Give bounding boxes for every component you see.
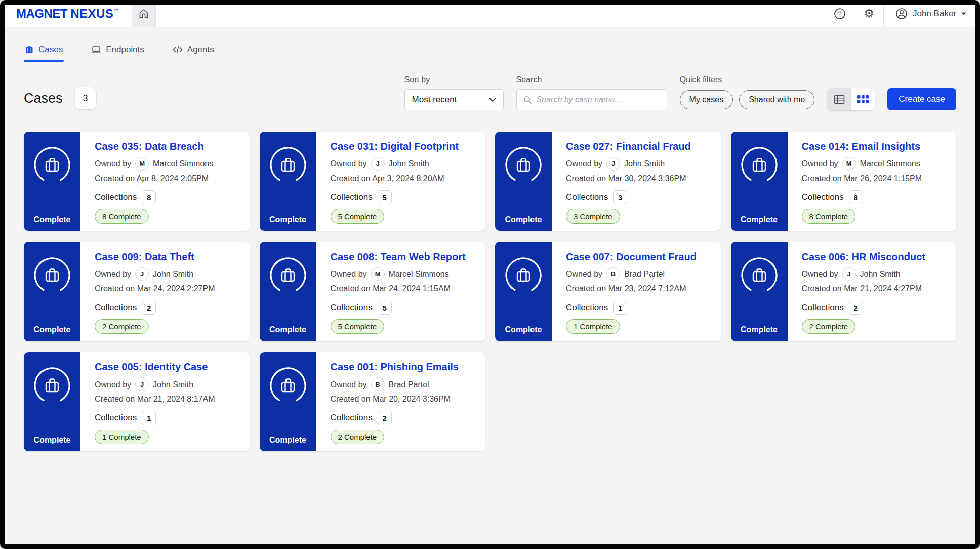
case-title[interactable]: Case 014: Email Insights [802, 140, 948, 152]
complete-status-badge: 8 Complete [802, 209, 856, 224]
case-created-row: Created on Apr 8, 2024 2:05PM [95, 174, 240, 183]
case-card-body: Case 001: Phishing Emails Owned by B Bra… [316, 352, 485, 451]
case-title[interactable]: Case 001: Phishing Emails [331, 361, 476, 373]
case-progress-ring-icon [268, 145, 308, 185]
sort-select-value: Most recent [412, 95, 457, 105]
grid-view-button[interactable] [851, 88, 875, 110]
created-on-label: Created on [331, 174, 371, 183]
code-icon [173, 46, 183, 54]
case-created-row: Created on Mar 20, 2024 3:36PM [331, 395, 476, 404]
case-created-row: Created on Mar 23, 2024 7:12AM [566, 284, 712, 293]
created-on-label: Created on [802, 284, 842, 293]
case-card-body: Case 005: Identity Case Owned by J John … [80, 352, 250, 451]
owner-avatar: B [606, 267, 620, 281]
case-collections-row: Collections 3 [566, 190, 712, 204]
collections-count-badge: 5 [378, 190, 392, 204]
case-progress-ring-icon [739, 145, 780, 185]
case-collections-row: Collections 1 [566, 301, 712, 315]
case-title[interactable]: Case 027: Financial Fraud [566, 140, 712, 152]
case-status-panel: Complete [731, 242, 788, 341]
brand-logo-text: MAGNET NEXUS™ [16, 7, 118, 21]
filter-shared-with-me[interactable]: Shared with me [739, 90, 814, 109]
case-status-panel: Complete [260, 352, 316, 451]
case-card-body: Case 014: Email Insights Owned by M Marc… [788, 132, 957, 231]
created-on-label: Created on [802, 174, 842, 183]
search-input[interactable] [537, 95, 661, 104]
owned-by-label: Owned by [95, 270, 131, 279]
owner-name: Marcel Simmons [153, 159, 213, 168]
created-on-label: Created on [566, 284, 606, 293]
tab-agents[interactable]: Agents [172, 41, 215, 61]
home-button[interactable] [132, 0, 156, 27]
case-title[interactable]: Case 031: Digital Footprint [331, 140, 476, 152]
case-card[interactable]: Complete Case 005: Identity Case Owned b… [24, 352, 250, 451]
help-button[interactable]: ? [825, 0, 854, 27]
cases-grid: Complete Case 035: Data Breach Owned by … [24, 132, 956, 451]
collections-count-badge: 3 [613, 190, 627, 204]
case-card[interactable]: Complete Case 006: HR Misconduct Owned b… [731, 242, 957, 341]
case-progress-ring-icon [739, 255, 780, 295]
case-card-body: Case 007: Document Fraud Owned by B Brad… [552, 242, 721, 341]
owner-name: John Smith [860, 270, 901, 279]
search-icon [523, 95, 532, 104]
owned-by-label: Owned by [95, 380, 131, 389]
case-card[interactable]: Complete Case 027: Financial Fraud Owned… [495, 132, 721, 231]
case-title[interactable]: Case 007: Document Fraud [566, 250, 712, 263]
complete-status-badge: 5 Complete [331, 209, 385, 224]
case-title[interactable]: Case 006: HR Misconduct [802, 250, 948, 263]
collections-count-badge: 1 [142, 411, 156, 425]
case-card-body: Case 031: Digital Footprint Owned by J J… [316, 132, 485, 231]
case-status-label: Complete [741, 215, 778, 224]
created-date: Mar 21, 2024 8:17AM [137, 395, 215, 403]
user-menu[interactable]: John Baker [883, 0, 980, 27]
collections-label: Collections [566, 192, 608, 202]
collections-count-badge: 5 [378, 301, 392, 315]
case-collections-row: Collections 2 [802, 301, 948, 315]
chevron-down-icon [961, 12, 967, 16]
tab-bar: Cases Endpoints Agents [24, 41, 956, 61]
owner-avatar: J [135, 267, 149, 281]
case-title[interactable]: Case 008: Team Web Report [331, 250, 476, 263]
created-date: Mar 24, 2024 2:27PM [137, 284, 215, 293]
collections-label: Collections [95, 192, 137, 202]
complete-status-badge: 2 Complete [95, 319, 149, 334]
create-case-button[interactable]: Create case [887, 88, 956, 110]
collections-label: Collections [566, 303, 608, 313]
case-card[interactable]: Complete Case 009: Data Theft Owned by J… [24, 242, 250, 341]
collections-label: Collections [331, 303, 373, 313]
owner-avatar: M [371, 267, 385, 281]
tab-endpoints[interactable]: Endpoints [90, 41, 145, 61]
case-title[interactable]: Case 009: Data Theft [95, 250, 240, 263]
case-created-row: Created on Mar 30, 2024 3:36PM [566, 174, 712, 183]
case-card[interactable]: Complete Case 008: Team Web Report Owned… [260, 242, 485, 341]
case-card[interactable]: Complete Case 007: Document Fraud Owned … [495, 242, 721, 341]
tab-cases[interactable]: Cases [24, 41, 64, 61]
sort-select[interactable]: Most recent [404, 89, 504, 110]
case-collections-row: Collections 2 [331, 411, 476, 425]
case-card[interactable]: Complete Case 031: Digital Footprint Own… [260, 132, 485, 231]
sort-group: Sort by Most recent [404, 75, 504, 110]
owner-name: Marcel Simmons [389, 270, 449, 279]
case-created-row: Created on Mar 21, 2024 8:17AM [95, 395, 240, 404]
cases-count-badge: 3 [75, 87, 96, 109]
filter-my-cases[interactable]: My cases [680, 90, 733, 109]
case-title[interactable]: Case 035: Data Breach [95, 140, 240, 152]
case-card[interactable]: Complete Case 014: Email Insights Owned … [731, 132, 957, 231]
collections-label: Collections [331, 413, 373, 423]
created-on-label: Created on [95, 174, 135, 183]
case-progress-ring-icon [268, 255, 308, 295]
case-card-body: Case 006: HR Misconduct Owned by J John … [788, 242, 957, 341]
case-card[interactable]: Complete Case 035: Data Breach Owned by … [24, 132, 250, 231]
owned-by-label: Owned by [566, 270, 602, 279]
chevron-down-icon [489, 98, 496, 102]
created-date: Mar 20, 2024 3:36PM [373, 395, 451, 403]
owner-avatar: M [842, 157, 856, 171]
case-status-panel: Complete [24, 132, 80, 231]
case-title[interactable]: Case 005: Identity Case [95, 361, 240, 373]
case-owner-row: Owned by J John Smith [802, 267, 948, 281]
collections-label: Collections [802, 192, 844, 202]
case-card[interactable]: Complete Case 001: Phishing Emails Owned… [260, 352, 485, 451]
case-status-panel: Complete [260, 132, 316, 231]
settings-button[interactable]: ⚙ [854, 0, 883, 27]
list-view-button[interactable] [827, 88, 851, 110]
